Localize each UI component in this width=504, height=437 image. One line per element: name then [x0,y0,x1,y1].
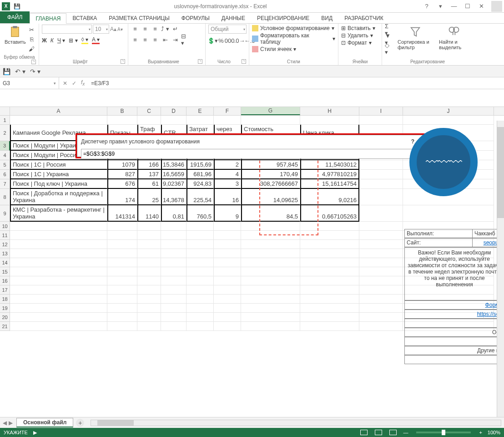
cell[interactable]: Поиск | Под ключ | Украина [10,179,107,189]
cell[interactable] [300,116,359,125]
cell[interactable]: 174 [107,189,137,205]
macro-icon[interactable]: ▶ [33,430,37,436]
cell[interactable] [10,249,107,258]
cell[interactable] [241,267,300,276]
cell[interactable] [359,205,403,222]
help-icon[interactable]: ? [420,2,433,11]
cell[interactable]: 84,5 [241,205,300,222]
cell[interactable] [137,295,161,304]
col-I[interactable]: I [359,107,403,115]
cell[interactable] [214,322,241,331]
cell[interactable] [107,313,137,322]
zoom-out-icon[interactable]: — [403,430,408,435]
cell[interactable] [186,313,214,322]
cell[interactable] [10,295,107,304]
comma-icon[interactable]: 000 [226,36,234,45]
align-right-icon[interactable]: ≡ [151,36,159,44]
cell[interactable] [359,231,403,240]
paste-button[interactable]: Вставить [3,25,28,54]
cell[interactable] [161,304,186,313]
format-table-button[interactable]: Форматировать как таблицу ▾ [252,32,335,46]
cell[interactable] [161,285,186,295]
col-B[interactable]: B [107,107,137,115]
cell[interactable] [359,189,403,205]
cell[interactable] [300,285,359,295]
cell[interactable] [359,258,403,267]
indent-inc-icon[interactable]: ⇥ [171,36,179,44]
row-header[interactable]: 19 [0,304,10,313]
col-J[interactable]: J [403,107,494,115]
cell[interactable]: Поиск | Доработка и поддержка | Украина [10,189,107,205]
cell[interactable]: 141314 [107,205,137,222]
cell[interactable] [137,240,161,249]
cell[interactable] [403,205,494,222]
cell[interactable] [359,170,403,179]
find-select-button[interactable]: Найти и выделить [437,25,470,54]
font-color-icon[interactable]: A ▾ [92,36,100,44]
cell[interactable] [137,258,161,267]
cell[interactable] [10,304,107,313]
row-header[interactable]: 3 [0,141,10,151]
cell[interactable]: 9,0216 [300,189,359,205]
cell[interactable] [300,249,359,258]
cell[interactable] [137,267,161,276]
cell[interactable] [300,267,359,276]
font-launcher[interactable] [121,59,125,64]
cell[interactable] [10,313,107,322]
cell[interactable] [10,222,107,231]
sheet-nav-prev-icon[interactable]: ◀ [3,420,7,426]
fill-color-icon[interactable]: ◊ ▾ [81,36,88,44]
col-C[interactable]: C [137,107,161,115]
row-header[interactable]: 13 [0,249,10,258]
zoom-in-icon[interactable]: + [479,430,482,435]
cell[interactable] [161,258,186,267]
percent-icon[interactable]: % [218,36,224,45]
conditional-formatting-button[interactable]: Условное форматирование ▾ [252,25,335,32]
redo-icon[interactable]: ↷ ▾ [30,68,40,75]
cell[interactable] [10,276,107,285]
row-header[interactable]: 8 [0,189,10,205]
cell[interactable] [359,285,403,295]
cell[interactable] [241,313,300,322]
normal-view-icon[interactable] [360,430,368,435]
cell[interactable] [214,249,241,258]
cell[interactable] [241,116,300,125]
cell[interactable] [359,313,403,322]
format-painter-icon[interactable]: 🖌 [28,45,36,53]
fx-icon[interactable]: fx [81,79,85,86]
cell[interactable] [359,222,403,231]
increase-font-icon[interactable]: A▴ [110,26,116,32]
cell[interactable] [241,222,300,231]
align-center-icon[interactable]: ≡ [141,36,149,44]
underline-icon[interactable]: Ч ▾ [57,37,65,44]
cell[interactable] [137,322,161,331]
cell[interactable]: 3 [214,179,241,189]
cell[interactable] [359,295,403,304]
row-header[interactable]: 14 [0,258,10,267]
row-header[interactable]: 21 [0,322,10,331]
avatar[interactable] [491,1,502,12]
row-header[interactable]: 17 [0,285,10,295]
indent-dec-icon[interactable]: ⇤ [161,36,169,44]
page-break-view-icon[interactable] [389,430,397,435]
dialog-help-icon[interactable]: ? [411,138,414,145]
cell[interactable]: 16 [214,189,241,205]
cut-icon[interactable]: ✂ [28,25,36,34]
clipboard-launcher[interactable] [31,60,36,64]
cell[interactable] [186,240,214,249]
font-size-select[interactable]: 10 [93,25,109,34]
cell[interactable] [161,322,186,331]
cell[interactable] [161,240,186,249]
cell[interactable] [241,258,300,267]
row-header[interactable]: 15 [0,267,10,276]
row-header[interactable]: 20 [0,313,10,322]
alignment-launcher[interactable] [198,59,202,64]
cell[interactable] [214,276,241,285]
row-header[interactable]: 16 [0,276,10,285]
vertical-scrollbar[interactable] [497,121,504,417]
align-middle-icon[interactable]: ≡ [141,25,149,33]
cell[interactable]: 4 [214,170,241,179]
row-header[interactable]: 2 [0,125,10,141]
cell[interactable] [359,304,403,313]
cell[interactable] [107,258,137,267]
